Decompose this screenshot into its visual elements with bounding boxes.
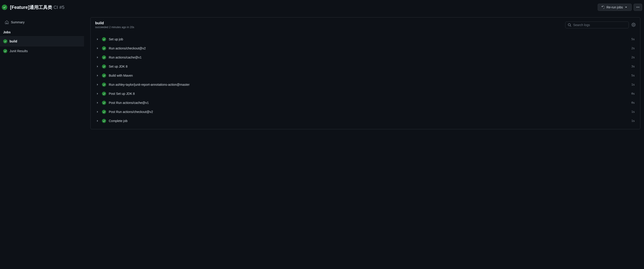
job-label: Junit Results xyxy=(10,49,28,53)
rerun-jobs-label: Re-run jobs xyxy=(606,5,623,9)
log-panel: build succeeded 2 minutes ago in 20s Set… xyxy=(90,17,640,129)
svg-line-1 xyxy=(570,26,571,26)
step-name: Run actions/cache@v1 xyxy=(109,55,629,59)
run-title-number: #5 xyxy=(60,5,64,10)
step-duration: 2s xyxy=(632,56,635,59)
sidebar-job-item[interactable]: build xyxy=(0,36,84,46)
step-row[interactable]: Complete job1s xyxy=(90,116,640,125)
sidebar-jobs-heading: Jobs xyxy=(0,26,84,36)
header-actions: Re-run jobs xyxy=(598,4,642,11)
step-duration: 0s xyxy=(632,92,635,95)
check-circle-icon xyxy=(102,73,106,78)
page-header: [Feature]通用工具类 CI #5 Re-run jobs xyxy=(0,0,644,14)
sidebar-summary-label: Summary xyxy=(11,20,24,24)
step-duration: 2s xyxy=(632,47,635,50)
step-duration: 1s xyxy=(632,110,635,113)
check-circle-icon xyxy=(3,39,7,43)
step-name: Set up job xyxy=(109,37,629,41)
svg-point-0 xyxy=(568,23,570,26)
step-row[interactable]: Build with Maven5s xyxy=(90,71,640,80)
chevron-right-icon xyxy=(96,56,99,59)
chevron-right-icon xyxy=(96,47,99,50)
sidebar: Summary Jobs buildJunit Results xyxy=(0,14,84,133)
step-name: Post Run actions/checkout@v2 xyxy=(109,110,629,114)
step-duration: 0s xyxy=(632,101,635,104)
log-settings-button[interactable] xyxy=(632,23,636,27)
check-circle-icon xyxy=(102,46,106,50)
job-label: build xyxy=(10,39,17,43)
step-duration: 3s xyxy=(632,65,635,68)
step-duration: 1s xyxy=(632,119,635,122)
sync-icon xyxy=(602,5,605,9)
sidebar-summary-link[interactable]: Summary xyxy=(2,18,82,26)
check-circle-icon xyxy=(3,49,7,53)
step-row[interactable]: Run ashley-taylor/junit-report-annotatio… xyxy=(90,80,640,89)
step-duration: 5s xyxy=(632,38,635,41)
run-title-workflow: CI xyxy=(54,5,58,10)
step-row[interactable]: Post Run actions/cache@v10s xyxy=(90,98,640,107)
check-circle-icon xyxy=(102,64,106,68)
main-panel: build succeeded 2 minutes ago in 20s Set… xyxy=(84,14,644,133)
step-row[interactable]: Run actions/checkout@v22s xyxy=(90,44,640,53)
check-circle-icon xyxy=(102,119,106,123)
check-circle-icon xyxy=(102,55,106,59)
rerun-jobs-button[interactable]: Re-run jobs xyxy=(598,4,632,11)
search-logs-box[interactable] xyxy=(565,21,629,28)
gear-icon xyxy=(632,23,636,27)
chevron-right-icon xyxy=(96,65,99,68)
step-row[interactable]: Post Set up JDK 80s xyxy=(90,89,640,98)
log-title: build xyxy=(95,21,134,25)
step-row[interactable]: Set up JDK 83s xyxy=(90,62,640,71)
search-logs-input[interactable] xyxy=(573,23,626,27)
step-duration: 5s xyxy=(632,74,635,77)
step-name: Build with Maven xyxy=(109,74,629,77)
chevron-right-icon xyxy=(96,92,99,95)
step-name: Set up JDK 8 xyxy=(109,65,629,68)
kebab-icon xyxy=(636,5,640,9)
chevron-right-icon xyxy=(96,110,99,113)
chevron-right-icon xyxy=(96,119,99,122)
log-header: build succeeded 2 minutes ago in 20s xyxy=(90,17,640,32)
check-circle-icon xyxy=(102,37,106,41)
chevron-right-icon xyxy=(96,38,99,41)
run-status-success-icon xyxy=(2,4,7,10)
kebab-menu-button[interactable] xyxy=(634,4,642,11)
check-circle-icon xyxy=(102,92,106,96)
dropdown-caret-icon xyxy=(624,5,628,9)
log-subtitle: succeeded 2 minutes ago in 20s xyxy=(95,26,134,29)
step-name: Run actions/checkout@v2 xyxy=(109,46,629,50)
step-duration: 1s xyxy=(632,83,635,86)
step-row[interactable]: Run actions/cache@v12s xyxy=(90,53,640,62)
sidebar-jobs-list: buildJunit Results xyxy=(0,36,84,56)
run-title: [Feature]通用工具类 CI #5 xyxy=(10,4,595,10)
step-row[interactable]: Set up job5s xyxy=(90,35,640,44)
check-circle-icon xyxy=(102,110,106,114)
chevron-right-icon xyxy=(96,74,99,77)
search-icon xyxy=(568,23,571,27)
step-row[interactable]: Post Run actions/checkout@v21s xyxy=(90,107,640,116)
chevron-right-icon xyxy=(96,101,99,104)
run-title-name: [Feature]通用工具类 xyxy=(10,4,52,10)
check-circle-icon xyxy=(102,83,106,87)
sidebar-job-item[interactable]: Junit Results xyxy=(0,46,84,56)
home-icon xyxy=(5,20,9,24)
check-circle-icon xyxy=(102,101,106,105)
step-name: Post Run actions/cache@v1 xyxy=(109,101,629,105)
chevron-right-icon xyxy=(96,83,99,86)
steps-list: Set up job5sRun actions/checkout@v22sRun… xyxy=(90,32,640,129)
step-name: Post Set up JDK 8 xyxy=(109,92,629,95)
step-name: Complete job xyxy=(109,119,629,123)
step-name: Run ashley-taylor/junit-report-annotatio… xyxy=(109,83,629,86)
